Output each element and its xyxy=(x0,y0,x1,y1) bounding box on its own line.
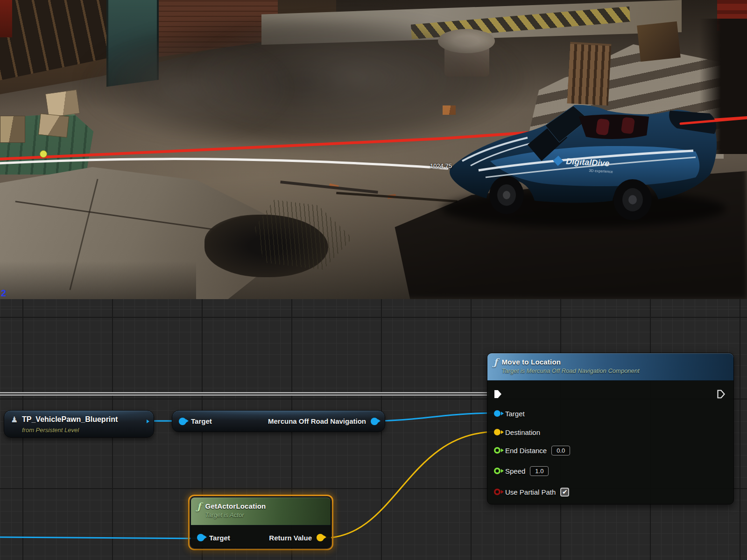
distance-debug-label: 1024.75 xyxy=(430,162,452,169)
selection-border: ƒ GetActorLocation Target is Actor Targe… xyxy=(188,495,333,550)
pin-destination[interactable] xyxy=(494,429,500,435)
target-input-pin[interactable] xyxy=(179,418,186,425)
exec-out-pin[interactable] xyxy=(717,390,725,399)
node-title: Move to Location xyxy=(502,357,640,367)
node-subtitle: from Persistent Level xyxy=(22,427,79,434)
component-output-pin[interactable] xyxy=(371,418,378,425)
exec-in-pin[interactable] xyxy=(494,390,502,399)
pin-end-distance-label: End Distance xyxy=(505,447,547,455)
pin-use-partial-path[interactable] xyxy=(494,489,500,495)
pin-target-label: Target xyxy=(209,534,230,542)
graph-zoom-indicator: 2 xyxy=(1,288,6,299)
pin-destination-label: Destination xyxy=(505,428,540,436)
waypoint-dot xyxy=(40,151,47,158)
node-header: ƒ GetActorLocation Target is Actor xyxy=(191,497,331,525)
node-title: GetActorLocation xyxy=(205,501,266,511)
end-distance-input[interactable]: 0.0 xyxy=(551,446,570,455)
pin-return-value-label: Return Value xyxy=(269,534,312,542)
node-mercuna-off-road-navigation[interactable]: Target Mercuna Off Road Navigation xyxy=(172,410,385,432)
pin-target-label: Target xyxy=(505,410,525,418)
blueprint-graph[interactable]: ♟ TP_VehiclePawn_Blueprint from Persiste… xyxy=(0,299,747,560)
node-subtitle: Target is Actor xyxy=(205,511,266,519)
use-partial-path-checkbox[interactable]: ✔ xyxy=(560,488,569,497)
node-subtitle: Target is Mercuna Off Road Navigation Co… xyxy=(502,367,640,375)
pin-use-partial-path-label: Use Partial Path xyxy=(505,488,556,496)
pin-target[interactable] xyxy=(197,534,204,541)
function-icon: ƒ xyxy=(197,501,201,511)
node-title: TP_VehiclePawn_Blueprint xyxy=(22,415,118,424)
node-vehicle-pawn-blueprint[interactable]: ♟ TP_VehiclePawn_Blueprint from Persiste… xyxy=(4,410,154,438)
target-pin-label: Target xyxy=(191,417,212,425)
node-title: Mercuna Off Road Navigation xyxy=(268,417,366,425)
node-get-actor-location[interactable]: ƒ GetActorLocation Target is Actor Targe… xyxy=(190,497,331,548)
unreal-editor: DigitalDive 3D experience 1024.75 ♟ TP_V xyxy=(0,0,747,560)
vehicle-car: DigitalDive 3D experience xyxy=(434,91,733,231)
pin-speed-label: Speed xyxy=(505,467,525,475)
pin-target[interactable] xyxy=(494,410,500,417)
function-icon: ƒ xyxy=(493,357,498,367)
pin-end-distance[interactable] xyxy=(494,447,500,454)
pin-speed[interactable] xyxy=(494,468,500,474)
game-viewport[interactable]: DigitalDive 3D experience 1024.75 xyxy=(0,0,747,299)
pawn-icon: ♟ xyxy=(11,415,18,425)
node-move-to-location[interactable]: ƒ Move to Location Target is Mercuna Off… xyxy=(487,353,734,504)
speed-input[interactable]: 1.0 xyxy=(530,466,549,476)
pin-return-value[interactable] xyxy=(317,534,324,541)
node-header: ƒ Move to Location Target is Mercuna Off… xyxy=(487,353,733,381)
